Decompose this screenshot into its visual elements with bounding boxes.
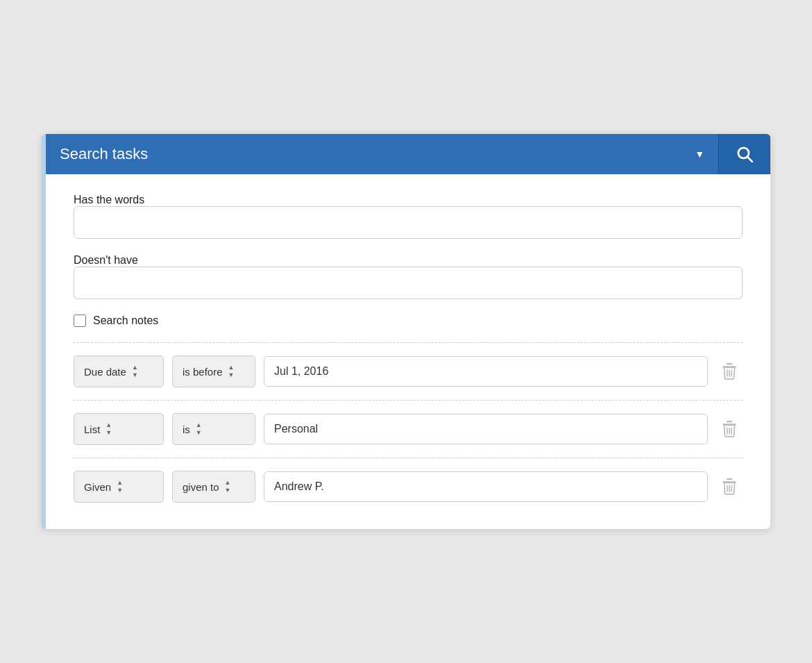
field-selector-3[interactable]: Given ▲ ▼ <box>74 471 164 503</box>
delete-filter-2[interactable] <box>716 415 743 443</box>
filter-rows: Due date ▲ ▼ is before ▲ ▼ <box>74 342 743 515</box>
doesnt-have-label: Doesn't have <box>74 254 138 266</box>
svg-rect-13 <box>727 478 733 480</box>
svg-line-1 <box>747 157 752 162</box>
trash-icon-3 <box>722 478 737 495</box>
has-words-label: Has the words <box>74 194 144 205</box>
search-title-dropdown[interactable]: Search tasks ▼ <box>46 134 718 174</box>
spinner-icon-op-2: ▲ ▼ <box>196 422 202 436</box>
filter-value-input-3[interactable] <box>264 471 708 502</box>
filter-value-input-1[interactable] <box>264 356 708 387</box>
operator-selector-2-label: is <box>183 423 190 435</box>
field-selector-3-label: Given <box>84 481 111 493</box>
search-notes-checkbox[interactable] <box>74 314 86 327</box>
panel-body: Has the words Doesn't have Search notes … <box>46 174 770 529</box>
spinner-icon-2: ▲ ▼ <box>105 422 112 436</box>
spinner-icon-op-3: ▲ ▼ <box>225 480 231 494</box>
search-button[interactable] <box>718 134 770 174</box>
operator-selector-1[interactable]: is before ▲ ▼ <box>172 355 255 387</box>
delete-filter-3[interactable] <box>716 473 743 501</box>
field-selector-2-label: List <box>84 423 100 435</box>
field-selector-2[interactable]: List ▲ ▼ <box>74 413 164 445</box>
svg-rect-3 <box>727 363 733 364</box>
filter-row-2: List ▲ ▼ is ▲ ▼ <box>74 401 743 458</box>
search-icon <box>736 145 754 163</box>
spinner-icon-op-1: ▲ ▼ <box>228 364 235 378</box>
search-panel: Search tasks ▼ Has the words Doesn't hav… <box>42 134 770 529</box>
search-notes-row: Search notes <box>74 314 743 327</box>
operator-selector-3[interactable]: given to ▲ ▼ <box>172 471 255 503</box>
search-notes-label[interactable]: Search notes <box>93 314 158 327</box>
operator-selector-3-label: given to <box>183 481 219 493</box>
delete-filter-1[interactable] <box>716 358 743 385</box>
field-selector-1[interactable]: Due date ▲ ▼ <box>74 355 164 387</box>
spinner-icon-1: ▲ ▼ <box>132 364 138 378</box>
filter-row-3: Given ▲ ▼ given to ▲ ▼ <box>74 458 743 515</box>
search-title: Search tasks <box>60 145 689 163</box>
filter-value-input-2[interactable] <box>264 414 708 444</box>
trash-icon-2 <box>722 421 737 437</box>
field-selector-1-label: Due date <box>84 366 126 378</box>
operator-selector-2[interactable]: is ▲ ▼ <box>172 413 255 445</box>
operator-selector-1-label: is before <box>183 366 223 378</box>
filter-row-1: Due date ▲ ▼ is before ▲ ▼ <box>74 343 743 400</box>
search-header: Search tasks ▼ <box>46 134 770 174</box>
chevron-down-icon: ▼ <box>695 149 704 160</box>
svg-rect-8 <box>727 421 733 422</box>
doesnt-have-input[interactable] <box>74 267 743 299</box>
has-words-input[interactable] <box>74 206 743 239</box>
trash-icon-1 <box>722 363 737 380</box>
spinner-icon-3: ▲ ▼ <box>117 480 123 494</box>
